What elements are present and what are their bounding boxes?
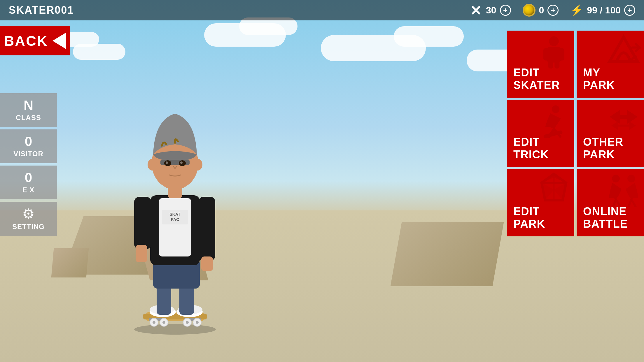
svg-point-34: [166, 161, 168, 164]
svg-rect-27: [198, 197, 215, 261]
edit-park-icon: [536, 172, 571, 207]
svg-point-12: [196, 321, 199, 324]
right-menu-grid: EDITSKATER MYPARK: [507, 31, 644, 236]
setting-box[interactable]: ⚙ SETTING: [0, 202, 57, 236]
edit-skater-button[interactable]: EDITSKATER: [507, 31, 574, 98]
setting-label: SETTING: [12, 223, 45, 231]
edit-trick-button[interactable]: EDITTRICK: [507, 100, 574, 167]
left-stats-panel: N CLASS 0 VISITOR 0 E X ⚙ SETTING: [0, 93, 57, 236]
svg-point-36: [148, 159, 157, 171]
visitor-value: 0: [25, 135, 32, 148]
class-value: N: [24, 99, 33, 112]
ex-value: 0: [25, 171, 32, 184]
lightning-icon: ⚡: [570, 4, 583, 16]
svg-point-38: [549, 36, 559, 46]
edit-trick-label: EDITTRICK: [513, 136, 549, 161]
coin-currency-value: 0: [539, 5, 544, 16]
gear-icon: ⚙: [22, 207, 35, 221]
visitor-label: VISITOR: [13, 150, 43, 158]
svg-rect-28: [201, 256, 213, 271]
back-button[interactable]: BACK: [0, 26, 70, 55]
cloud: [394, 26, 464, 47]
coin-currency-group: 0 +: [523, 4, 559, 17]
ramp-center-right: [391, 222, 504, 286]
svg-point-52: [612, 175, 620, 182]
add-coin-button[interactable]: +: [547, 5, 559, 16]
class-label: CLASS: [16, 114, 41, 122]
skater-svg: SKAT PAC: [105, 61, 245, 338]
edit-trick-icon: [536, 103, 571, 138]
my-park-icon: [606, 34, 641, 68]
edit-skater-icon: [536, 34, 571, 68]
energy-group: ⚡ 99 / 100 +: [570, 4, 635, 16]
x-currency-group: 30 +: [470, 4, 511, 17]
ex-stat-box: 0 E X: [0, 166, 57, 199]
other-park-label: OTHERPARK: [583, 136, 623, 161]
visitor-stat-box: 0 VISITOR: [0, 129, 57, 163]
svg-point-10: [162, 321, 165, 324]
svg-rect-40: [543, 48, 550, 60]
svg-point-37: [193, 159, 202, 171]
add-energy-button[interactable]: +: [624, 5, 635, 16]
svg-rect-26: [136, 245, 147, 262]
other-park-icon: [606, 103, 641, 138]
svg-point-53: [627, 175, 635, 182]
svg-rect-21: [159, 198, 191, 256]
ex-label: E X: [22, 186, 35, 194]
x-currency-value: 30: [486, 5, 496, 16]
player-name: SKATER001: [9, 4, 458, 16]
skater-character: SKAT PAC: [90, 17, 260, 338]
back-arrow-icon: [52, 33, 66, 49]
other-park-button[interactable]: OTHERPARK: [577, 100, 644, 167]
svg-point-35: [180, 161, 183, 164]
svg-text:PAC: PAC: [171, 217, 179, 222]
edit-skater-label: EDITSKATER: [513, 66, 560, 92]
svg-point-0: [134, 324, 216, 335]
svg-point-45: [552, 105, 559, 113]
online-battle-icon: [606, 172, 641, 207]
edit-park-button[interactable]: EDITPARK: [507, 169, 574, 236]
x-currency-icon: [470, 4, 482, 17]
class-stat-box: N CLASS: [0, 93, 57, 127]
svg-point-11: [186, 321, 189, 324]
my-park-label: MYPARK: [583, 66, 615, 92]
online-battle-label: ONLINEBATTLE: [583, 205, 628, 231]
coin-icon: [523, 4, 536, 17]
add-x-currency-button[interactable]: +: [500, 5, 511, 16]
svg-text:SKAT: SKAT: [169, 212, 181, 217]
ramp-small: [51, 248, 89, 277]
hud-bar: SKATER001 30 + 0 + ⚡ 99 / 100 +: [0, 0, 644, 20]
online-battle-button[interactable]: ONLINEBATTLE: [577, 169, 644, 236]
svg-point-9: [153, 321, 155, 324]
svg-rect-25: [134, 197, 151, 249]
back-label: BACK: [4, 33, 48, 49]
energy-value: 99 / 100: [587, 5, 621, 16]
edit-park-label: EDITPARK: [513, 205, 545, 231]
svg-rect-41: [557, 48, 564, 60]
my-park-button[interactable]: MYPARK: [577, 31, 644, 98]
